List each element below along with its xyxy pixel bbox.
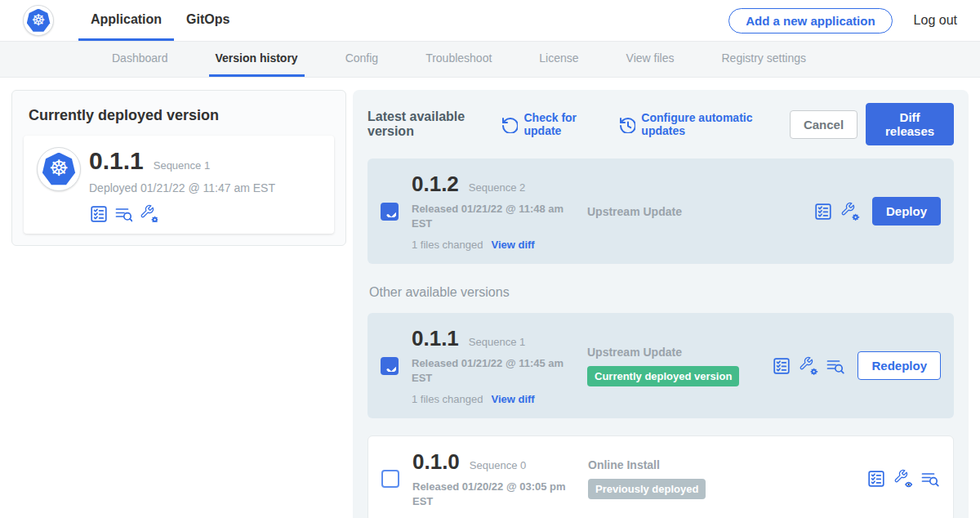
files-changed-label: 1 files changed [412, 239, 483, 251]
version-select-checkbox[interactable] [381, 470, 399, 488]
configure-automatic-updates-label: Configure automatic updates [641, 111, 768, 137]
currently-deployed-badge: Currently deployed version [587, 366, 739, 386]
config-icon[interactable] [140, 204, 158, 222]
tab-view-files[interactable]: View files [620, 42, 681, 77]
deployed-panel-title: Currently deployed version [29, 107, 329, 124]
version-actions: Deploy [813, 197, 941, 226]
main-content: Currently deployed version ☸ 0.1.1 Seque… [0, 78, 980, 518]
app-logo-heptagon: ☸ [42, 153, 76, 186]
deployed-timestamp: Deployed 01/21/22 @ 11:47 am EST [89, 181, 275, 194]
logout-link[interactable]: Log out [914, 13, 957, 28]
version-info: 0.1.0 Sequence 0 Released 01/20/22 @ 03:… [412, 449, 580, 508]
tab-gitops[interactable]: GitOps [174, 0, 242, 41]
app-logo-wheel-icon: ☸ [49, 158, 69, 180]
tab-registry-settings[interactable]: Registry settings [715, 42, 812, 77]
available-panel-header: Latest available version Check for updat… [368, 103, 954, 145]
version-number: 0.1.2 [412, 172, 459, 197]
release-notes-icon[interactable] [772, 356, 791, 376]
released-timestamp: Released 01/21/22 @ 11:45 am EST [412, 356, 571, 385]
add-new-application-button[interactable]: Add a new application [728, 8, 892, 33]
source-label: Upstream Update [587, 205, 813, 218]
version-source: Upstream Update [579, 205, 813, 218]
other-available-versions-title: Other available versions [369, 285, 954, 300]
top-nav: ☸ Application GitOps Add a new applicati… [0, 0, 980, 41]
version-source: Online Install Previously deployed [580, 458, 866, 499]
redeploy-button[interactable]: Redeploy [858, 351, 941, 380]
tab-troubleshoot[interactable]: Troubleshoot [419, 42, 498, 77]
configure-automatic-updates-link[interactable]: Configure automatic updates [618, 111, 768, 137]
released-timestamp: Released 01/20/22 @ 03:05 pm EST [412, 480, 572, 508]
app-logo: ☸ [37, 147, 81, 191]
kubernetes-wheel-icon: ☸ [31, 12, 45, 28]
release-notes-icon[interactable] [89, 204, 107, 222]
version-number: 0.1.0 [412, 449, 460, 475]
available-versions-panel: Latest available version Check for updat… [353, 90, 969, 518]
version-number: 0.1.1 [412, 326, 459, 351]
released-timestamp: Released 01/21/22 @ 11:48 am EST [412, 202, 571, 230]
auto-update-clock-icon [618, 116, 635, 133]
view-files-icon[interactable] [114, 204, 132, 222]
kubernetes-heptagon: ☸ [27, 9, 51, 33]
view-files-icon[interactable] [920, 469, 940, 489]
tab-version-history[interactable]: Version history [209, 42, 305, 77]
deployed-version-card: ☸ 0.1.1 Sequence 1 Deployed 01/21/22 @ 1… [24, 136, 334, 234]
latest-available-title: Latest available version [368, 109, 489, 139]
deployed-sequence-label: Sequence 1 [154, 159, 210, 172]
currently-deployed-panel: Currently deployed version ☸ 0.1.1 Seque… [11, 90, 346, 246]
release-notes-icon[interactable] [813, 202, 833, 221]
version-card-0-1-2: 0.1.2 Sequence 2 Released 01/21/22 @ 11:… [368, 159, 954, 264]
version-select-checkbox[interactable] [381, 357, 399, 375]
version-actions: Redeploy [772, 351, 941, 380]
top-nav-tabs: Application GitOps [78, 0, 242, 41]
sequence-label: Sequence 2 [469, 181, 525, 194]
tab-config[interactable]: Config [339, 42, 385, 77]
version-info: 0.1.2 Sequence 2 Released 01/21/22 @ 11:… [412, 172, 579, 251]
deployed-version-info: 0.1.1 Sequence 1 Deployed 01/21/22 @ 11:… [89, 147, 275, 222]
view-diff-link[interactable]: View diff [491, 393, 534, 405]
version-card-0-1-0: 0.1.0 Sequence 0 Released 01/20/22 @ 03:… [368, 435, 954, 518]
app-sub-nav: Dashboard Version history Config Trouble… [0, 41, 980, 78]
cancel-button[interactable]: Cancel [790, 110, 858, 139]
source-label: Upstream Update [587, 346, 772, 359]
deployed-version-number: 0.1.1 [89, 147, 144, 175]
view-files-icon[interactable] [826, 356, 845, 376]
refresh-icon [501, 116, 518, 133]
sequence-label: Sequence 1 [469, 336, 525, 348]
deployed-action-icons [89, 204, 275, 222]
version-info: 0.1.1 Sequence 1 Released 01/21/22 @ 11:… [412, 326, 579, 405]
kubernetes-logo: ☸ [23, 5, 54, 36]
files-changed-label: 1 files changed [412, 393, 483, 405]
version-source: Upstream Update Currently deployed versi… [579, 346, 772, 386]
previously-deployed-badge: Previously deployed [588, 479, 706, 499]
check-for-update-link[interactable]: Check for update [501, 111, 597, 137]
sequence-label: Sequence 0 [470, 459, 526, 471]
tab-application[interactable]: Application [78, 0, 174, 41]
config-icon[interactable] [799, 356, 818, 376]
release-notes-icon[interactable] [866, 469, 886, 489]
config-icon[interactable] [840, 202, 860, 221]
diff-releases-button[interactable]: Diff releases [866, 103, 954, 145]
top-nav-right: Add a new application Log out [728, 8, 957, 33]
check-for-update-label: Check for update [523, 111, 597, 137]
preflight-icon[interactable] [893, 469, 913, 489]
source-label: Online Install [588, 458, 866, 471]
version-actions [866, 469, 940, 489]
version-select-checkbox[interactable] [381, 203, 399, 221]
tab-dashboard[interactable]: Dashboard [105, 42, 175, 77]
version-card-0-1-1: 0.1.1 Sequence 1 Released 01/21/22 @ 11:… [368, 313, 954, 418]
view-diff-link[interactable]: View diff [491, 239, 534, 251]
tab-license[interactable]: License [532, 42, 585, 77]
deploy-button[interactable]: Deploy [872, 197, 941, 226]
